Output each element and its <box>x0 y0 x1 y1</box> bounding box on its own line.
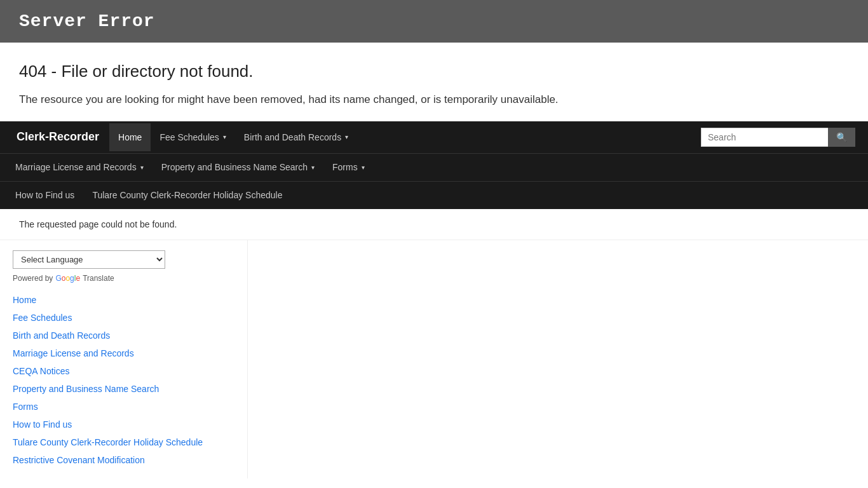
sidebar-link-holiday[interactable]: Tulare County Clerk-Recorder Holiday Sch… <box>13 434 234 451</box>
not-found-text: The requested page could not be found. <box>19 219 177 229</box>
nav-item-how-to-find[interactable]: How to Find us <box>6 184 83 207</box>
fee-schedules-caret: ▾ <box>223 133 226 140</box>
marriage-caret: ▾ <box>140 164 144 171</box>
sidebar-link-restrictive-covenant[interactable]: Restrictive Covenant Modification <box>13 452 234 468</box>
sidebar-link-fee-schedules[interactable]: Fee Schedules <box>13 309 234 326</box>
sidebar: Select Language Powered by Google Transl… <box>0 240 248 478</box>
navbar-top-row: Clerk-Recorder Home Fee Schedules ▾ Birt… <box>0 121 868 153</box>
search-area: 🔍 <box>695 123 862 152</box>
language-select-wrapper: Select Language <box>13 250 234 269</box>
birth-death-caret: ▾ <box>345 133 348 140</box>
nav-item-marriage[interactable]: Marriage License and Records ▾ <box>6 156 153 179</box>
sidebar-link-property[interactable]: Property and Business Name Search <box>13 381 234 397</box>
navbar-second-row: Marriage License and Records ▾ Property … <box>0 153 868 181</box>
sidebar-link-forms[interactable]: Forms <box>13 398 234 415</box>
page-not-found-message: The requested page could not be found. <box>0 209 868 240</box>
forms-caret: ▾ <box>362 164 365 171</box>
nav-top-items: Home Fee Schedules ▾ Birth and Death Rec… <box>109 123 695 151</box>
nav-item-forms[interactable]: Forms ▾ <box>323 156 374 179</box>
navbar-third-row: How to Find us Tulare County Clerk-Recor… <box>0 181 868 209</box>
error-content: 404 - File or directory not found. The r… <box>0 43 868 121</box>
translate-text: Translate <box>83 274 114 283</box>
server-error-banner: Server Error <box>0 0 868 43</box>
search-input[interactable] <box>701 128 828 147</box>
google-logo: Google <box>55 274 80 283</box>
powered-by-google: Powered by Google Translate <box>13 274 234 283</box>
error-title: 404 - File or directory not found. <box>19 62 849 81</box>
error-description: The resource you are looking for might h… <box>19 92 849 108</box>
sidebar-link-how-to-find[interactable]: How to Find us <box>13 416 234 433</box>
sidebar-link-home[interactable]: Home <box>13 292 234 308</box>
nav-item-fee-schedules[interactable]: Fee Schedules ▾ <box>151 123 234 151</box>
sidebar-links: Home Fee Schedules Birth and Death Recor… <box>13 292 234 468</box>
main-layout: Select Language Powered by Google Transl… <box>0 240 868 478</box>
server-error-label: Server Error <box>19 11 155 31</box>
sidebar-link-birth-death[interactable]: Birth and Death Records <box>13 327 234 344</box>
nav-item-property-business[interactable]: Property and Business Name Search ▾ <box>153 156 323 179</box>
nav-item-birth-death-records[interactable]: Birth and Death Records ▾ <box>235 123 357 151</box>
navbar-brand[interactable]: Clerk-Recorder <box>6 121 109 152</box>
property-caret: ▾ <box>311 164 315 171</box>
nav-item-home[interactable]: Home <box>109 123 151 151</box>
language-select[interactable]: Select Language <box>13 250 165 269</box>
sidebar-link-ceqa[interactable]: CEQA Notices <box>13 363 234 379</box>
search-button[interactable]: 🔍 <box>828 128 855 147</box>
navbar: Clerk-Recorder Home Fee Schedules ▾ Birt… <box>0 121 868 209</box>
powered-by-text: Powered by <box>13 274 53 283</box>
nav-item-holiday-schedule[interactable]: Tulare County Clerk-Recorder Holiday Sch… <box>83 184 291 207</box>
sidebar-link-marriage[interactable]: Marriage License and Records <box>13 345 234 362</box>
